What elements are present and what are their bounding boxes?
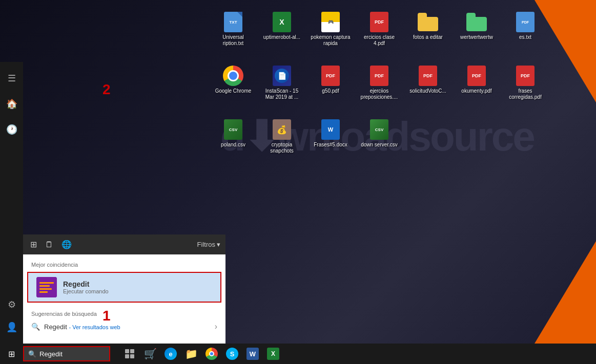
suggestions-section: Sugerencias de búsqueda 🔍 Regedit - Ver …: [23, 305, 225, 338]
suggestion-regedit-web[interactable]: 🔍 Regedit - Ver resultados web ›: [23, 319, 225, 334]
taskbar-word-icon[interactable]: W: [243, 345, 262, 363]
icon-label: wertwertwertw: [460, 34, 493, 40]
desktop-icon-instascan[interactable]: 📄 InstaScan - 15 Mar 2019 at ...: [259, 61, 305, 113]
taskbar-search-text: Regedit: [39, 350, 63, 358]
csv-icon: CSV: [224, 119, 242, 140]
desktop-icon-poland-csv[interactable]: CSV poland.csv: [210, 115, 256, 166]
instascan-icon: 📄: [273, 66, 291, 86]
icon-label: frases corregidas.pdf: [505, 88, 546, 100]
svg-rect-8: [130, 354, 134, 358]
desktop-icon-cryptopia[interactable]: 💰 cryptopia snapchots: [259, 115, 305, 166]
docx-icon: W: [321, 119, 340, 140]
desktop-icon-g50[interactable]: PDF g50.pdf: [307, 61, 354, 113]
taskbar: ⊞ 🔍 Regedit 🛒 e 📁: [0, 344, 596, 364]
chrome-taskbar-icon: [205, 348, 218, 360]
suggestion-keyword: Regedit: [44, 323, 67, 331]
desktop-icon-fotos-editar[interactable]: fotos a editar: [405, 8, 451, 59]
svg-rect-1: [39, 282, 54, 284]
cryptopia-icon: 💰: [273, 119, 291, 140]
taskbar-store-icon[interactable]: 🛒: [141, 345, 159, 363]
svg-rect-5: [125, 349, 129, 353]
excel-file-icon: X: [273, 12, 291, 32]
suggestions-title: Sugerencias de búsqueda: [23, 309, 225, 319]
taskbar-taskview-icon[interactable]: [120, 345, 139, 363]
icon-label: poland.csv: [221, 142, 245, 148]
suggestion-arrow-icon: ›: [215, 322, 217, 331]
icon-label: ejerciios preposiciones....: [359, 88, 400, 100]
sidebar-settings[interactable]: ⚙: [2, 294, 22, 315]
icon-label: solicitudVotoC...: [409, 88, 446, 94]
desktop-icon-wertwertwertw[interactable]: wertwertwertw: [454, 8, 500, 59]
filters-chevron-icon: ▾: [217, 241, 220, 248]
icon-label: down server.csv: [361, 142, 398, 148]
pokemon-file-icon: 🎮: [321, 12, 340, 32]
desktop-icon-solicitudvotoc[interactable]: PDF solicitudVotoC...: [405, 61, 451, 113]
desktop-icon-ejerciios[interactable]: PDF ejerciios preposiciones....: [356, 61, 402, 113]
desktop-icon-ejercicios-clase4[interactable]: PDF ercicios clase 4.pdf: [356, 8, 402, 59]
taskbar-skype-icon[interactable]: S: [223, 345, 241, 363]
taskbar-chrome-icon[interactable]: [202, 345, 221, 363]
taskbar-explorer-icon[interactable]: 📁: [182, 345, 200, 363]
best-match-subtitle: Ejecutar comando: [63, 288, 212, 294]
pdf-icon-es: PDF: [516, 12, 535, 32]
filters-label: Filtros: [197, 241, 215, 248]
sidebar-hamburger[interactable]: ☰: [2, 68, 22, 89]
taskbar-excel-icon[interactable]: X: [264, 345, 282, 363]
excel-icon-inner: X: [267, 348, 279, 360]
sidebar-user[interactable]: 👤: [2, 317, 22, 337]
pdf-icon-frases: PDF: [516, 66, 535, 86]
chrome-center: [209, 351, 214, 356]
toolbar-globe-icon[interactable]: 🌐: [59, 238, 74, 251]
pdf-file-icon: PDF: [370, 12, 388, 32]
filters-button[interactable]: Filtros ▾: [197, 241, 220, 248]
txt-file-icon: TXT: [224, 12, 242, 32]
desktop-icon-frases-corregidas[interactable]: PDF frases corregidas.pdf: [502, 61, 548, 113]
icon-label: pokemon captura rapida: [310, 34, 351, 47]
icon-label: es.txt: [519, 34, 531, 40]
desktop-icon-pokemon[interactable]: 🎮 pokemon captura rapida: [307, 8, 354, 59]
taskview-svg: [125, 349, 135, 359]
svg-rect-3: [39, 288, 52, 290]
suggestion-text: Regedit - Ver resultados web: [44, 323, 215, 331]
taskbar-app-icons: 🛒 e 📁 S W X: [120, 345, 282, 363]
desktop-icon-frases5[interactable]: W Frases#5.docx: [307, 115, 354, 166]
icon-label: Universal ription.txt: [213, 34, 254, 47]
pdf-icon-ejerciios: PDF: [370, 66, 388, 86]
desktop-icon-okumenty[interactable]: PDF okumenty.pdf: [454, 61, 500, 113]
taskbar-start-button[interactable]: ⊞: [0, 344, 23, 364]
desktop-icon-google-chrome[interactable]: Google Chrome: [210, 61, 256, 113]
taskbar-search-box[interactable]: 🔍 Regedit: [23, 346, 110, 361]
toolbar-doc-icon[interactable]: 🗒: [43, 238, 55, 251]
taskbar-edge-icon[interactable]: e: [161, 345, 180, 363]
toolbar-list-icon[interactable]: ⊞: [28, 238, 39, 251]
taskbar-search-icon: 🔍: [28, 350, 36, 358]
sidebar-clock[interactable]: 🕐: [2, 119, 22, 140]
icon-label: g50.pdf: [322, 88, 339, 94]
regedit-svg-icon: [36, 277, 57, 297]
sidebar-home[interactable]: 🏠: [2, 94, 22, 114]
best-match-title: Regedit: [63, 280, 212, 288]
suggestion-web-link: - Ver resultados web: [69, 324, 120, 330]
edge-icon-inner: e: [165, 348, 177, 360]
icon-label: uptimerobot-al...: [263, 34, 300, 40]
svg-rect-6: [130, 349, 134, 353]
best-match-text-area: Regedit Ejecutar comando: [63, 280, 212, 294]
desktop-icon-uptimerobot[interactable]: X uptimerobot-al...: [259, 8, 305, 59]
annotation-label-2: 2: [102, 81, 111, 98]
annotation-label-1: 1: [102, 308, 111, 324]
best-match-section-title: Mejor coincidencia: [23, 260, 225, 270]
icon-label: InstaScan - 15 Mar 2019 at ...: [261, 88, 302, 100]
desktop-icons-area: TXT Universal ription.txt X uptimerobot-…: [202, 0, 596, 344]
pdf-icon-okumenty: PDF: [467, 66, 486, 86]
icon-label: Google Chrome: [215, 88, 252, 94]
icon-label: ercicios clase 4.pdf: [359, 34, 400, 47]
start-panel: ⊞ 🗒 🌐 Filtros ▾ Mejor coincidencia: [23, 234, 225, 344]
svg-rect-0: [36, 277, 57, 297]
csv2-icon: CSV: [370, 119, 388, 140]
desktop-icon-es-txt[interactable]: PDF es.txt: [502, 8, 548, 59]
svg-rect-2: [39, 285, 50, 287]
desktop-icon-down-server[interactable]: CSV down server.csv: [356, 115, 402, 166]
icon-label: Frases#5.docx: [314, 142, 347, 148]
best-match-regedit[interactable]: Regedit Ejecutar comando: [27, 272, 221, 303]
desktop-icon-universal-txt[interactable]: TXT Universal ription.txt: [210, 8, 256, 59]
